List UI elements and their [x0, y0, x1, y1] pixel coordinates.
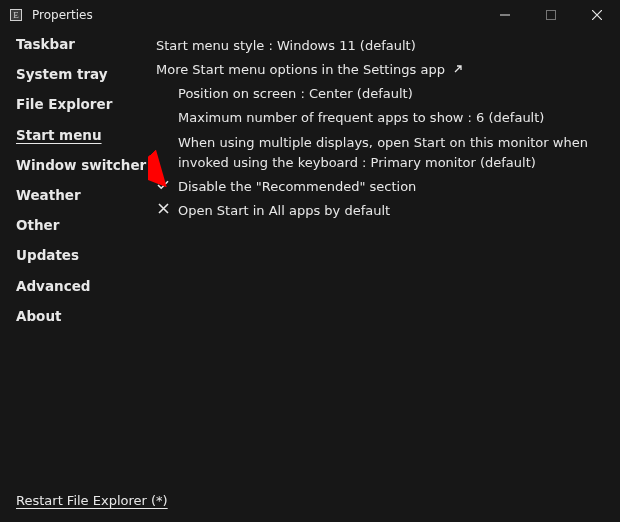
sidebar-item-about[interactable]: About: [16, 308, 148, 324]
x-icon: [156, 203, 170, 214]
sidebar-item-label: Taskbar: [16, 36, 75, 52]
sidebar-item-weather[interactable]: Weather: [16, 187, 148, 203]
sidebar-item-start-menu[interactable]: Start menu: [16, 127, 148, 143]
svg-rect-3: [547, 11, 556, 20]
sidebar-item-label: Advanced: [16, 278, 90, 294]
sidebar-item-label: About: [16, 308, 61, 324]
setting-label: Position on screen : Center (default): [178, 84, 604, 104]
sidebar-item-label: Window switcher: [16, 157, 146, 173]
content-pane: Start menu style : Windows 11 (default) …: [148, 30, 620, 493]
sidebar-item-label: Start menu: [16, 127, 102, 143]
setting-label: Maximum number of frequent apps to show …: [178, 108, 604, 128]
toggle-disable-recommended[interactable]: Disable the "Recommended" section: [156, 177, 604, 197]
sidebar-item-label: Weather: [16, 187, 81, 203]
external-link-icon: [453, 62, 463, 77]
setting-label: More Start menu options in the Settings …: [156, 60, 604, 80]
close-button[interactable]: [574, 0, 620, 30]
sidebar-item-taskbar[interactable]: Taskbar: [16, 36, 148, 52]
check-icon: [156, 179, 170, 191]
sidebar-item-advanced[interactable]: Advanced: [16, 278, 148, 294]
restart-file-explorer-link[interactable]: Restart File Explorer (*): [16, 493, 168, 508]
svg-text:E: E: [13, 10, 19, 20]
minimize-button[interactable]: [482, 0, 528, 30]
setting-label: Start menu style : Windows 11 (default): [156, 36, 604, 56]
sidebar: Taskbar System tray File Explorer Start …: [0, 30, 148, 493]
app-icon: E: [8, 7, 24, 23]
titlebar: E Properties: [0, 0, 620, 30]
maximize-button[interactable]: [528, 0, 574, 30]
setting-label: When using multiple displays, open Start…: [178, 133, 604, 173]
setting-multi-display[interactable]: When using multiple displays, open Start…: [156, 133, 604, 173]
sidebar-item-other[interactable]: Other: [16, 217, 148, 233]
sidebar-item-label: File Explorer: [16, 96, 112, 112]
sidebar-item-label: System tray: [16, 66, 108, 82]
sidebar-item-updates[interactable]: Updates: [16, 247, 148, 263]
footer: Restart File Explorer (*): [0, 493, 620, 522]
link-more-options[interactable]: More Start menu options in the Settings …: [156, 60, 604, 80]
setting-label: Disable the "Recommended" section: [178, 177, 604, 197]
sidebar-item-file-explorer[interactable]: File Explorer: [16, 96, 148, 112]
setting-position-on-screen[interactable]: Position on screen : Center (default): [156, 84, 604, 104]
sidebar-item-window-switcher[interactable]: Window switcher: [16, 157, 148, 173]
setting-start-menu-style[interactable]: Start menu style : Windows 11 (default): [156, 36, 604, 56]
sidebar-item-label: Updates: [16, 247, 79, 263]
main-area: Taskbar System tray File Explorer Start …: [0, 30, 620, 493]
sidebar-item-label: Other: [16, 217, 59, 233]
setting-max-frequent[interactable]: Maximum number of frequent apps to show …: [156, 108, 604, 128]
setting-label: Open Start in All apps by default: [178, 201, 604, 221]
sidebar-item-system-tray[interactable]: System tray: [16, 66, 148, 82]
window-title: Properties: [32, 8, 93, 22]
link-text: More Start menu options in the Settings …: [156, 62, 445, 77]
toggle-open-all-apps[interactable]: Open Start in All apps by default: [156, 201, 604, 221]
